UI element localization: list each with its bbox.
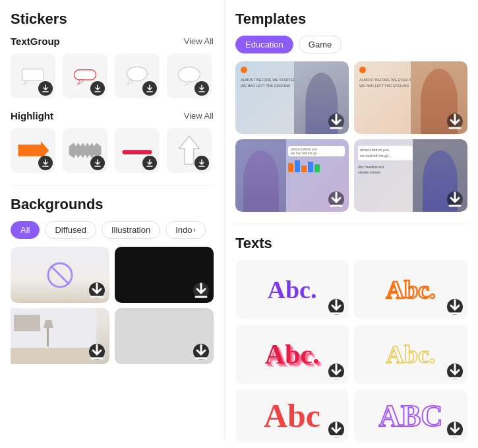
template-item[interactable]: almost before youwe had left the go... <box>235 139 349 212</box>
text-abc-outline-label: Abc. <box>386 275 436 304</box>
download-icon <box>94 84 102 92</box>
sticker-item[interactable] <box>115 53 160 98</box>
stickers-section: Stickers TextGroup View All <box>11 11 214 173</box>
text-abc-thin-outline-label: Abc. <box>386 340 436 369</box>
download-button[interactable] <box>194 156 209 170</box>
text-style-item[interactable]: Abc. <box>354 325 467 384</box>
download-button[interactable] <box>90 156 105 170</box>
more-icon: › <box>193 226 195 234</box>
download-button[interactable] <box>194 81 209 96</box>
text-abc-large-label: Abc <box>264 397 320 435</box>
texts-section: Texts Abc. Abc. Abc. <box>235 235 467 442</box>
background-item[interactable] <box>115 308 214 364</box>
highlight-item[interactable] <box>11 128 55 173</box>
svg-rect-11 <box>122 150 152 154</box>
template-item[interactable]: almost before youwe had left the go... A… <box>354 139 467 212</box>
templates-grid: ALMOST BEFORE WE STARTEDWE HAD LEFT THE … <box>235 61 467 212</box>
download-icon <box>193 344 209 360</box>
text-style-item[interactable]: Abc. <box>235 325 349 384</box>
text-style-item[interactable]: Abc. <box>235 260 349 319</box>
textgroup-header: TextGroup View All <box>11 36 214 47</box>
section-divider <box>11 185 214 185</box>
download-icon <box>89 282 105 298</box>
filter-indo-pill[interactable]: Indo › <box>165 221 206 239</box>
template-accent-dot <box>241 67 247 73</box>
text-abc-caps-label: ABC <box>378 399 442 433</box>
download-button[interactable] <box>89 344 105 360</box>
download-button[interactable] <box>38 81 53 96</box>
download-button[interactable] <box>142 81 157 96</box>
filter-all-pill[interactable]: All <box>11 221 40 239</box>
download-button[interactable] <box>90 81 105 96</box>
download-icon <box>447 422 463 437</box>
highlight-item[interactable] <box>167 128 212 173</box>
templates-title: Templates <box>235 11 467 28</box>
template-item[interactable]: ALMOST BEFORE WE STARTEDWE HAD LEFT THE … <box>235 61 349 134</box>
stickers-title: Stickers <box>11 11 214 28</box>
backgrounds-section: Backgrounds All Diffused Illustration In… <box>11 196 214 364</box>
download-button[interactable] <box>193 344 209 360</box>
text-style-item[interactable]: Abc <box>235 389 349 442</box>
sticker-item[interactable] <box>63 53 107 98</box>
download-icon <box>198 159 206 167</box>
download-icon <box>447 299 463 315</box>
filter-illustration-pill[interactable]: Illustration <box>102 221 160 239</box>
background-item[interactable] <box>11 247 109 303</box>
textgroup-view-all[interactable]: View All <box>184 36 214 46</box>
text-style-item[interactable]: ABC <box>354 389 467 442</box>
download-icon <box>328 364 344 379</box>
download-button[interactable] <box>193 282 209 298</box>
section-divider <box>235 224 467 224</box>
backgrounds-title: Backgrounds <box>11 196 214 213</box>
templates-filters: Education Game <box>235 36 467 53</box>
svg-marker-1 <box>24 80 30 84</box>
highlight-item[interactable] <box>63 128 107 173</box>
svg-point-5 <box>129 80 132 83</box>
download-button[interactable] <box>142 156 157 170</box>
download-icon <box>447 113 463 129</box>
filter-education-pill[interactable]: Education <box>235 36 293 53</box>
highlight-view-all[interactable]: View All <box>184 111 214 121</box>
download-button[interactable] <box>328 191 344 207</box>
highlight-item[interactable] <box>115 128 160 173</box>
text-abc-shadow-label: Abc. <box>265 338 320 370</box>
highlight-label: Highlight <box>11 110 53 121</box>
sticker-item[interactable] <box>167 53 212 98</box>
background-item[interactable] <box>11 308 109 364</box>
template-person <box>235 139 286 212</box>
download-button[interactable] <box>447 299 463 315</box>
template-text: ALMOST BEFORE WE EVEN PWE HAD LEFT THE G… <box>359 77 411 89</box>
download-icon <box>447 191 463 207</box>
right-panel: Templates Education Game ALMOST BEFORE W… <box>224 0 478 442</box>
filter-diffused-pill[interactable]: Diffused <box>45 221 96 239</box>
left-panel: Stickers TextGroup View All <box>0 0 224 442</box>
download-button[interactable] <box>89 282 105 298</box>
download-icon <box>94 159 102 167</box>
download-icon <box>328 191 344 207</box>
download-icon <box>328 113 344 129</box>
download-button[interactable] <box>447 364 463 379</box>
texts-grid: Abc. Abc. Abc. <box>235 260 467 442</box>
template-text: ALMOST BEFORE WE STARTEDWE HAD LEFT THE … <box>241 77 296 89</box>
download-button[interactable] <box>447 113 463 129</box>
download-icon <box>146 84 154 92</box>
template-item[interactable]: ALMOST BEFORE WE EVEN PWE HAD LEFT THE G… <box>354 61 467 134</box>
text-style-item[interactable]: Abc. <box>354 260 467 319</box>
svg-rect-0 <box>22 69 44 81</box>
template-content: almost before youwe had left the go... <box>288 146 345 172</box>
download-button[interactable] <box>328 422 344 437</box>
download-button[interactable] <box>447 422 463 437</box>
download-button[interactable] <box>328 364 344 379</box>
svg-line-14 <box>51 266 69 284</box>
download-button[interactable] <box>328 299 344 315</box>
filter-game-pill[interactable]: Game <box>299 36 342 53</box>
download-button[interactable] <box>447 191 463 207</box>
download-button[interactable] <box>38 156 53 170</box>
download-button[interactable] <box>328 113 344 129</box>
download-icon <box>328 422 344 437</box>
background-item[interactable] <box>115 247 214 303</box>
download-icon <box>42 84 49 92</box>
sticker-item[interactable] <box>11 53 55 98</box>
room-scene-icon <box>11 308 96 364</box>
download-icon <box>42 159 49 167</box>
